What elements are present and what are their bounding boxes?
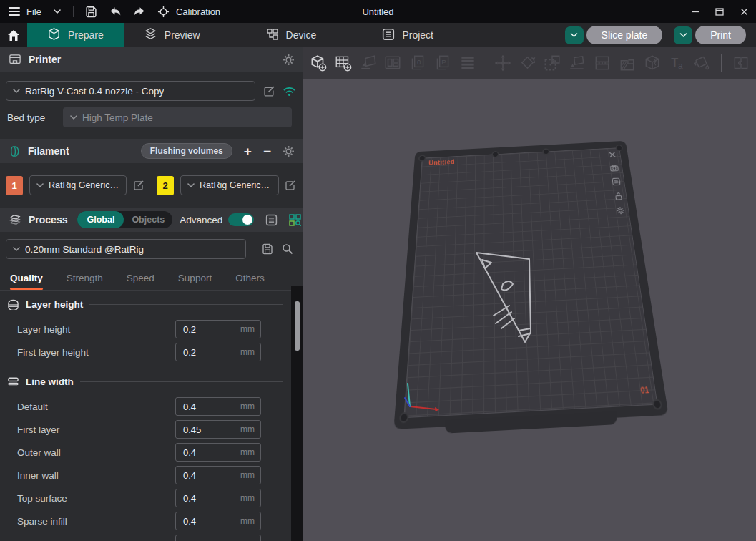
calibration-menu[interactable]: Calibration: [157, 6, 220, 18]
calibration-icon: [157, 6, 170, 18]
add-plate-button[interactable]: [333, 51, 353, 75]
auto-orient-button[interactable]: [358, 51, 378, 75]
param-label: Default: [17, 401, 48, 412]
edit-printer-button[interactable]: [263, 85, 275, 97]
process-section-header: Process Global Objects Advanced: [0, 208, 303, 232]
move-button[interactable]: [493, 51, 513, 75]
tab-project[interactable]: Project: [362, 23, 453, 47]
rotate-button[interactable]: [518, 51, 538, 75]
param-label: First layer: [17, 424, 59, 435]
param-label: Layer height: [17, 324, 70, 335]
scope-objects[interactable]: Objects: [124, 215, 172, 225]
save-preset-button[interactable]: [262, 243, 273, 255]
line-width-outer-wall-input[interactable]: 0.4 mm: [175, 443, 261, 462]
param-row: Internal solid infill 0.4 mm: [0, 532, 291, 541]
text-tool-button[interactable]: Ta: [667, 51, 687, 75]
tab-preview[interactable]: Preview: [124, 23, 220, 47]
line-width-sparse-infill-input[interactable]: 0.4 mm: [175, 512, 261, 530]
sidebar-scrollbar[interactable]: [291, 286, 303, 541]
param-label: Sparse infill: [17, 516, 67, 527]
param-unit: mm: [240, 324, 260, 334]
slice-plate-button[interactable]: Slice plate: [586, 26, 663, 44]
filament-1-swatch[interactable]: 1: [6, 176, 23, 195]
edit-filament-2-button[interactable]: [285, 180, 296, 191]
device-icon: [266, 28, 279, 43]
line-width-default-input[interactable]: 0.4 mm: [175, 397, 261, 416]
add-object-button[interactable]: [308, 51, 328, 75]
build-plate[interactable]: Untitled 01: [393, 114, 669, 422]
filament-settings-gear-icon[interactable]: [283, 145, 295, 157]
plate-name-label: Untitled: [428, 158, 455, 167]
file-menu[interactable]: File: [9, 5, 41, 18]
print-button[interactable]: Print: [695, 26, 746, 44]
arrange-button[interactable]: [383, 51, 403, 75]
plate-number-label: 01: [640, 385, 650, 395]
scrollbar-thumb[interactable]: [295, 301, 300, 351]
redo-icon[interactable]: [133, 6, 146, 16]
process-params-icon[interactable]: [289, 214, 301, 226]
plate-snapshot-button[interactable]: [609, 163, 619, 172]
first-layer-height-input[interactable]: 0.2 mm: [175, 343, 261, 361]
scope-global[interactable]: Global: [77, 211, 124, 228]
search-presets-button[interactable]: [282, 243, 293, 255]
process-list-icon[interactable]: [265, 214, 278, 226]
line-width-top-surface-input[interactable]: 0.4 mm: [175, 489, 261, 507]
advanced-toggle[interactable]: [228, 213, 254, 226]
tab-prepare[interactable]: Prepare: [27, 23, 124, 47]
plate-lock-button[interactable]: [612, 191, 624, 201]
plate-arrange-button[interactable]: [611, 177, 622, 186]
split-to-objects-button[interactable]: 0: [408, 51, 428, 75]
undo-icon[interactable]: [109, 6, 122, 16]
filament-2-swatch[interactable]: 2: [157, 176, 174, 195]
slice-options-dropdown[interactable]: [565, 26, 584, 44]
tab-device[interactable]: Device: [246, 23, 337, 47]
window-close-button[interactable]: [732, 0, 756, 23]
line-width-icon: [7, 376, 19, 386]
edit-filament-1-button[interactable]: [133, 180, 144, 191]
filament-1-select[interactable]: RatRig Generic PLA: [29, 175, 127, 195]
mesh-boolean-button[interactable]: [642, 51, 662, 75]
support-paint-button[interactable]: [617, 51, 637, 75]
param-row: Sparse infill 0.4 mm: [0, 510, 291, 532]
plate-settings-button[interactable]: [614, 205, 626, 215]
save-icon[interactable]: [85, 6, 97, 18]
process-preset-value: 0.20mm Standard @RatRig: [25, 244, 144, 255]
window-maximize-button[interactable]: [707, 0, 732, 23]
wifi-icon[interactable]: [283, 86, 296, 97]
line-width-group-header: Line width: [7, 372, 283, 391]
printer-preset-select[interactable]: RatRig V-Cast 0.4 nozzle - Copy: [6, 81, 255, 101]
line-width-inner-wall-input[interactable]: 0.4 mm: [175, 466, 261, 484]
cut-button[interactable]: [592, 51, 612, 75]
tab-preview-label: Preview: [165, 29, 200, 41]
split-to-parts-button[interactable]: P: [433, 51, 453, 75]
window-minimize-button[interactable]: [683, 0, 707, 23]
file-dropdown-chevron[interactable]: [53, 9, 62, 14]
filament-2-select[interactable]: RatRig Generic PLA: [180, 175, 279, 195]
param-row: Top surface 0.4 mm: [0, 487, 291, 510]
line-width-internal-solid-infill-input[interactable]: 0.4 mm: [175, 535, 261, 541]
layer-height-input[interactable]: 0.2 mm: [175, 320, 261, 338]
scale-button[interactable]: [542, 51, 562, 75]
place-on-face-button[interactable]: [567, 51, 587, 75]
viewport-3d[interactable]: 0 P Ta U: [303, 47, 756, 541]
variable-layer-height-button[interactable]: [458, 51, 478, 75]
assembly-view-button[interactable]: [731, 51, 751, 75]
process-section-title: Process: [29, 214, 67, 225]
process-preset-select[interactable]: 0.20mm Standard @RatRig: [6, 239, 246, 259]
add-filament-button[interactable]: +: [244, 145, 252, 158]
main-tab-bar: Prepare Preview Device Project Slice pla…: [0, 23, 756, 47]
plate-delete-button[interactable]: [607, 150, 618, 160]
paint-tool-button[interactable]: [692, 51, 712, 75]
line-width-first-layer-input[interactable]: 0.45 mm: [175, 420, 261, 439]
bed-type-select[interactable]: High Temp Plate: [63, 107, 292, 127]
param-unit: mm: [240, 470, 260, 480]
home-tab[interactable]: [0, 23, 27, 47]
flushing-volumes-button[interactable]: Flushing volumes: [141, 143, 232, 159]
param-value: 0.4: [176, 470, 240, 481]
printer-settings-gear-icon[interactable]: [283, 54, 295, 66]
hamburger-icon: [9, 5, 20, 18]
scope-toggle[interactable]: Global Objects: [77, 211, 172, 228]
preview-layers-icon: [144, 27, 157, 43]
remove-filament-button[interactable]: −: [263, 145, 271, 158]
print-options-dropdown[interactable]: [674, 26, 692, 44]
